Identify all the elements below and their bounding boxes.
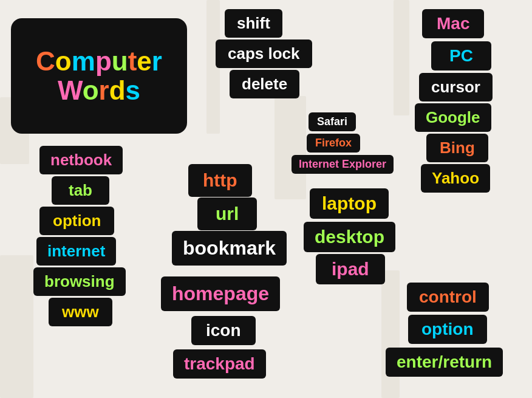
chip-option: option	[39, 207, 114, 235]
chip-cursor: cursor	[419, 73, 493, 101]
chip-homepage: homepage	[161, 276, 280, 311]
chip-shift: shift	[225, 9, 282, 38]
chip-laptop: laptop	[310, 188, 389, 219]
chip-ipad: ipad	[316, 254, 385, 284]
chip-safari: Safari	[309, 112, 356, 131]
deco-rect-3	[0, 255, 33, 398]
chip-firefox: Firefox	[307, 134, 360, 153]
chip-yahoo: Yahoo	[421, 164, 490, 193]
deco-rect-5	[275, 96, 306, 199]
chip-option2: option	[408, 315, 487, 344]
title-bubble: Computer Words	[11, 18, 187, 134]
chip-mac: Mac	[422, 9, 484, 38]
chip-desktop: desktop	[304, 222, 395, 252]
chip-caps-lock: caps lock	[216, 39, 312, 68]
chip-tab: tab	[52, 176, 109, 205]
chip-bing: Bing	[426, 134, 488, 162]
chip-bookmark: bookmark	[172, 231, 287, 266]
chip-url: url	[197, 197, 257, 230]
chip-control: control	[407, 283, 489, 312]
chip-http: http	[188, 164, 252, 197]
title-line2: Words	[58, 76, 140, 105]
deco-rect-2	[394, 0, 409, 115]
chip-internet-explorer: Internet Explorer	[292, 155, 394, 174]
chip-delete: delete	[230, 70, 299, 98]
chip-www: www	[49, 298, 112, 326]
chip-trackpad: trackpad	[173, 349, 266, 379]
title-line1: Computer	[36, 47, 162, 76]
chip-google: Google	[415, 103, 491, 132]
chip-icon: icon	[191, 316, 256, 345]
chip-internet: internet	[36, 237, 116, 266]
chip-netbook: netbook	[39, 146, 123, 174]
chip-enter-return: enter/return	[386, 348, 503, 377]
chip-pc: PC	[431, 41, 491, 70]
deco-rect-4	[381, 270, 400, 398]
chip-browsing: browsing	[33, 267, 126, 296]
